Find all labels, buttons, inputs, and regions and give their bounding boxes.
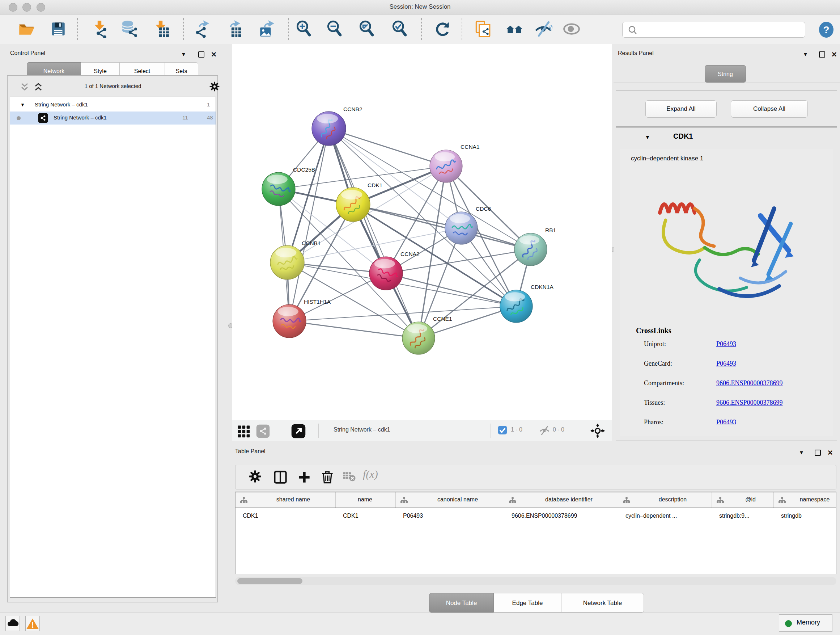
selected-checkbox-icon[interactable] [498, 425, 507, 436]
control-panel-close-icon[interactable]: ✕ [211, 50, 217, 59]
warning-button[interactable] [25, 616, 40, 631]
edge-HIST1H1A-CCNE1[interactable] [289, 321, 418, 338]
zoom-out-icon[interactable] [325, 20, 344, 38]
export-table-icon[interactable] [224, 20, 242, 38]
node-label-CDC25B: CDC25B [293, 166, 315, 173]
edge-CCNB2-HIST1H1A[interactable] [289, 128, 329, 321]
table-panel: Table Panel ▼ ✕ f(x) shared namenamecano… [232, 442, 840, 613]
network-row-selected[interactable]: String Network – cdk1 11 48 [10, 111, 216, 125]
crosslink-link[interactable]: P06493 [716, 360, 736, 367]
grid-view-icon[interactable] [237, 424, 250, 440]
search-box[interactable] [622, 22, 805, 38]
node-CCNA2[interactable]: CCNA2 [369, 251, 420, 290]
network-share-icon[interactable] [256, 424, 270, 440]
control-panel-float-icon[interactable] [198, 51, 204, 57]
protein-details: cyclin–dependent kinase 1 [620, 149, 833, 436]
import-network-database-icon[interactable] [120, 20, 139, 38]
node-RB1[interactable]: RB1 [515, 227, 556, 266]
column-header-description[interactable]: description [618, 492, 712, 508]
column-header-databaseidentifier[interactable]: database identifier [504, 492, 618, 508]
protein-structure-image [645, 169, 812, 316]
results-panel-close-icon[interactable]: ✕ [831, 50, 837, 59]
control-panel-menu-arrow-icon[interactable]: ▼ [181, 51, 186, 57]
edge-CCNB2-CCNA1[interactable] [329, 128, 446, 166]
network-collection-row[interactable]: ▼ String Network – cdk1 1 [10, 98, 216, 111]
node-CDK1[interactable]: CDK1 [336, 182, 382, 222]
delete-column-icon[interactable] [319, 469, 335, 485]
function-builder-icon: f(x) [363, 468, 378, 480]
column-header-name[interactable]: name [336, 492, 396, 508]
table-panel-close-icon[interactable]: ✕ [827, 448, 833, 457]
memory-button[interactable]: Memory [779, 614, 832, 632]
zoom-selected-icon[interactable] [391, 20, 409, 38]
copy-network-icon[interactable] [473, 20, 491, 38]
toolbar-separator [462, 18, 462, 40]
cloud-button[interactable] [5, 616, 20, 631]
node-CCNB1[interactable]: CCNB1 [270, 240, 321, 279]
table-panel-float-icon[interactable] [815, 450, 821, 456]
crosslink-label: GeneCard: [644, 360, 672, 367]
table-row[interactable]: CDK1CDK1P064939606.ENSP00000378699cyclin… [235, 509, 836, 525]
export-image-icon[interactable] [258, 20, 276, 38]
table-panel-menu-arrow-icon[interactable]: ▼ [799, 449, 804, 455]
current-network-name: String Network – cdk1 [333, 426, 390, 433]
show-columns-icon[interactable] [272, 469, 288, 485]
crosslink-link[interactable]: 9606.ENSP00000378699 [716, 379, 783, 387]
table-options-gear-icon[interactable] [248, 469, 264, 485]
column-header-canonicalname[interactable]: canonical name [396, 492, 504, 508]
tab-network-table[interactable]: Network Table [561, 593, 644, 613]
expand-all-button[interactable]: Expand All [645, 100, 717, 118]
zoom-in-icon[interactable] [295, 20, 313, 38]
crosslink-link[interactable]: 9606.ENSP00000378699 [716, 399, 783, 407]
open-session-icon[interactable] [17, 20, 35, 38]
node-CCNA1[interactable]: CCNA1 [430, 144, 480, 182]
search-input[interactable] [639, 23, 802, 36]
collection-expand-arrow-icon[interactable]: ▼ [20, 102, 25, 108]
collapse-all-button[interactable]: Collapse All [731, 100, 808, 118]
control-panel: Control Panel ▼ ✕ NetworkStyleSelectSets… [0, 44, 230, 613]
column-header-sharedname[interactable]: shared name [235, 492, 336, 508]
crosslink-link[interactable]: P06493 [716, 340, 736, 348]
tab-string[interactable]: String [705, 65, 746, 82]
tab-node-table[interactable]: Node Table [429, 593, 494, 613]
table-cell: P06493 [403, 513, 502, 519]
node-CCNB2[interactable]: CCNB2 [312, 106, 363, 146]
add-column-icon[interactable] [296, 469, 312, 485]
edge-CDK1-RB1[interactable] [353, 204, 531, 249]
column-header-label: description [635, 496, 711, 503]
zoom-fit-icon[interactable] [358, 20, 376, 38]
network-options-gear-icon[interactable] [209, 81, 220, 94]
birds-eye-crosshair-icon[interactable] [591, 424, 605, 440]
edge-CDKN1A-HIST1H1A[interactable] [289, 306, 516, 321]
scrollbar-thumb[interactable] [237, 578, 302, 584]
protein-collapse-arrow-icon[interactable]: ▼ [645, 134, 650, 140]
hide-selected-icon[interactable] [534, 20, 553, 38]
network-view-canvas[interactable]: CCNB2CCNA1CDC25BCDK1CDC6RB1CCNB1CCNA2CDK… [232, 44, 612, 420]
table-horizontal-scrollbar[interactable] [235, 577, 836, 585]
column-type-icon [778, 497, 786, 505]
results-panel-menu-arrow-icon[interactable]: ▼ [803, 51, 808, 57]
column-header-id[interactable]: @id [712, 492, 774, 508]
first-neighbors-icon[interactable] [505, 20, 523, 38]
import-network-file-icon[interactable] [90, 20, 109, 38]
results-panel-float-icon[interactable] [819, 51, 825, 57]
import-table-file-icon[interactable] [152, 20, 170, 38]
export-network-icon[interactable] [193, 20, 211, 38]
show-all-icon[interactable] [562, 20, 581, 38]
table-cell: stringdb [781, 513, 838, 519]
table-cell: CDK1 [243, 513, 333, 519]
toolbar-separator [288, 18, 289, 40]
network-list: ▼ String Network – cdk1 1 String Network… [10, 97, 216, 598]
edge-CCNB2-CCNE1[interactable] [329, 128, 418, 338]
column-type-icon [716, 497, 724, 505]
update-network-icon[interactable] [434, 20, 452, 38]
detach-view-icon[interactable] [291, 424, 306, 440]
node-HIST1H1A[interactable]: HIST1H1A [273, 299, 331, 338]
crosslink-link[interactable]: P06493 [716, 418, 736, 426]
save-session-icon[interactable] [49, 20, 67, 38]
node-label-CCNA1: CCNA1 [461, 144, 480, 150]
column-header-namespace[interactable]: namespace [774, 492, 836, 508]
tab-edge-table[interactable]: Edge Table [494, 593, 561, 613]
table-header-row: shared namenamecanonical namedatabase id… [235, 492, 836, 508]
help-button[interactable]: ? [818, 21, 834, 38]
